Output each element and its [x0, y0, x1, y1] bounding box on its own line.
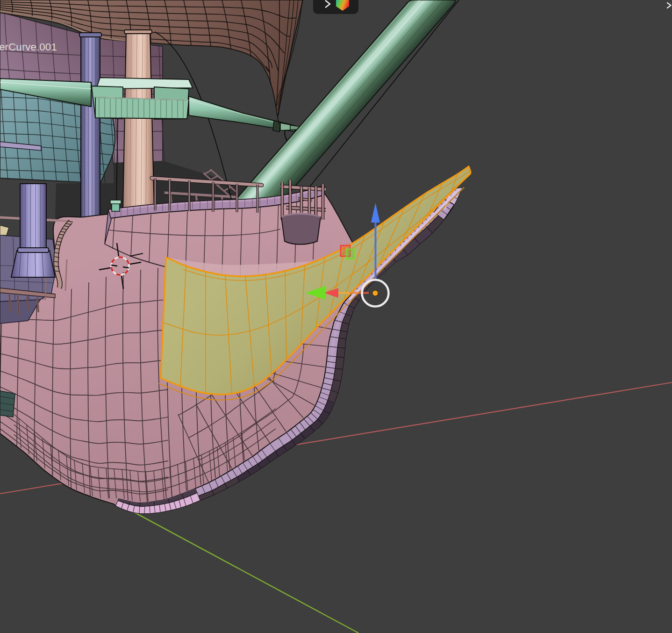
svg-text:erCurve.001: erCurve.001 [0, 41, 57, 53]
